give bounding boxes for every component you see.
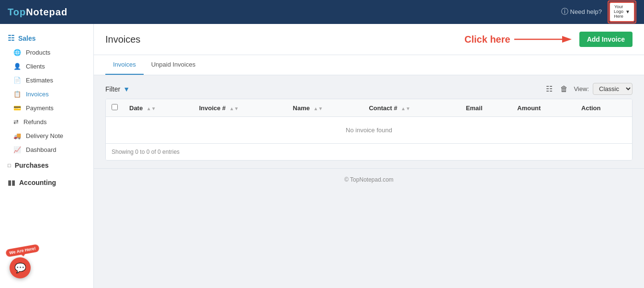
main-content: Invoices Click here Add Invoice Invoices… xyxy=(94,24,644,288)
delete-button[interactable]: 🗑 xyxy=(558,84,570,94)
tab-invoices[interactable]: Invoices xyxy=(105,55,144,75)
th-name: Name ▲▼ xyxy=(287,99,363,117)
sidebar-item-refunds[interactable]: ⇄ Refunds xyxy=(0,115,93,129)
content-area: Filter ▼ ☷ 🗑 View: Classic Modern Minima… xyxy=(94,75,644,168)
th-invoice-number: Invoice # ▲▼ xyxy=(193,99,287,117)
sidebar-item-payments[interactable]: 💳 Payments xyxy=(0,101,93,115)
toolbar-right: ☷ 🗑 View: Classic Modern Minimal xyxy=(544,83,633,95)
view-select[interactable]: Classic Modern Minimal xyxy=(593,83,633,95)
chat-bubble-button[interactable]: 💬 xyxy=(10,257,31,278)
select-all-checkbox[interactable] xyxy=(112,104,118,110)
no-data-cell: No invoice found xyxy=(106,117,632,144)
navbar-right: ⓘ Need help? YourLogoHere ▼ xyxy=(561,0,636,23)
showing-entries-text: Showing 0 to 0 of 0 entries xyxy=(106,143,632,160)
app-brand: TopNotepad xyxy=(8,7,68,18)
footer: © TopNotepad.com xyxy=(94,168,644,191)
accounting-icon: ▮▮ xyxy=(8,179,15,186)
filter-label: Filter ▼ xyxy=(105,85,130,93)
invoice-sort-icon: ▲▼ xyxy=(229,106,239,111)
sales-icon: ☷ xyxy=(8,34,14,43)
sidebar-sales-section: ☷ Sales xyxy=(0,29,93,46)
navbar: TopNotepad ⓘ Need help? YourLogoHere ▼ xyxy=(0,0,644,24)
help-icon: ⓘ xyxy=(561,7,568,16)
invoices-table: Date ▲▼ Invoice # ▲▼ Name ▲▼ xyxy=(106,99,632,143)
delivery-icon: 🚚 xyxy=(13,132,21,139)
add-invoice-button[interactable]: Add Invoice xyxy=(579,32,633,47)
purchases-collapse-icon: □ xyxy=(8,162,11,168)
sidebar-item-products[interactable]: 🌐 Products xyxy=(0,46,93,59)
sidebar-purchases-group[interactable]: □ Purchases xyxy=(0,157,93,174)
arrow-annotation xyxy=(514,32,572,46)
chevron-down-icon: ▼ xyxy=(625,9,630,15)
refunds-icon: ⇄ xyxy=(13,118,19,126)
page-header: Invoices Click here Add Invoice xyxy=(94,24,644,55)
export-csv-button[interactable]: ☷ xyxy=(544,83,554,94)
select-all-th xyxy=(106,99,124,117)
date-sort-icon: ▲▼ xyxy=(147,106,156,111)
tabs-bar: Invoices Unpaid Invoices xyxy=(94,55,644,75)
clients-icon: 👤 xyxy=(13,63,21,70)
page-title: Invoices xyxy=(105,34,140,45)
user-menu-button[interactable]: YourLogoHere ▼ xyxy=(609,2,635,22)
th-action: Action xyxy=(576,99,632,117)
products-icon: 🌐 xyxy=(13,49,21,56)
sidebar-item-invoices[interactable]: 📋 Invoices xyxy=(0,87,93,101)
tab-unpaid-invoices[interactable]: Unpaid Invoices xyxy=(144,55,203,75)
estimates-icon: 📄 xyxy=(13,77,21,84)
brand-bottom: Notepad xyxy=(26,7,68,17)
filter-icon: ▼ xyxy=(123,85,130,93)
th-date: Date ▲▼ xyxy=(124,99,193,117)
chat-icon: 💬 xyxy=(14,262,26,274)
header-right: Click here Add Invoice xyxy=(140,32,633,47)
contact-sort-icon: ▲▼ xyxy=(401,106,410,111)
sidebar-accounting-group[interactable]: ▮▮ Accounting xyxy=(0,174,93,191)
svg-marker-1 xyxy=(562,36,572,43)
th-amount: Amount xyxy=(511,99,576,117)
no-data-row: No invoice found xyxy=(106,117,632,144)
th-contact: Contact # ▲▼ xyxy=(363,99,460,117)
sidebar-item-delivery-note[interactable]: 🚚 Delivery Note xyxy=(0,129,93,143)
need-help: ⓘ Need help? xyxy=(561,7,602,16)
user-btn-wrapper: YourLogoHere ▼ xyxy=(608,0,636,23)
click-here-annotation: Click here xyxy=(464,34,510,45)
layout: ☷ Sales 🌐 Products 👤 Clients 📄 Estimates… xyxy=(0,24,644,288)
dashboard-icon: 📈 xyxy=(13,146,21,153)
filter-bar: Filter ▼ ☷ 🗑 View: Classic Modern Minima… xyxy=(105,83,633,95)
user-logo-text: YourLogoHere xyxy=(614,5,623,19)
sidebar-item-estimates[interactable]: 📄 Estimates xyxy=(0,73,93,87)
invoices-icon: 📋 xyxy=(13,91,21,98)
brand-top: Top xyxy=(8,7,26,17)
sidebar-item-dashboard[interactable]: 📈 Dashboard xyxy=(0,143,93,157)
annotation-container: Click here xyxy=(464,32,572,46)
name-sort-icon: ▲▼ xyxy=(314,106,323,111)
sidebar-item-clients[interactable]: 👤 Clients xyxy=(0,59,93,73)
invoices-table-wrapper: Date ▲▼ Invoice # ▲▼ Name ▲▼ xyxy=(105,99,633,161)
view-label: View: xyxy=(574,85,589,92)
th-email: Email xyxy=(460,99,511,117)
chat-widget: We Are Here! 💬 xyxy=(10,257,31,278)
payments-icon: 💳 xyxy=(13,104,21,112)
table-header-row: Date ▲▼ Invoice # ▲▼ Name ▲▼ xyxy=(106,99,632,117)
